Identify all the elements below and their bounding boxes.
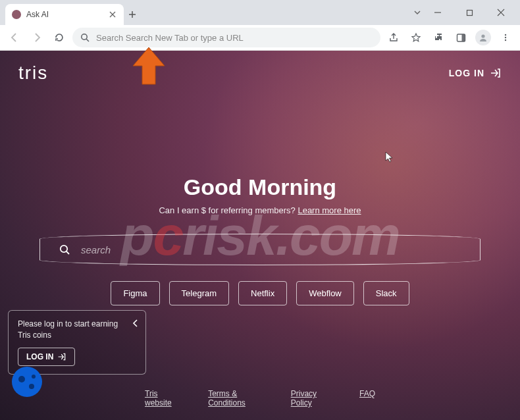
svg-point-1 [82,34,87,39]
svg-point-7 [505,39,506,41]
bookmark-star-icon[interactable] [407,28,425,47]
omnibox[interactable]: Search Search New Tab or type a URL [72,28,380,47]
nav-forward-button[interactable] [28,28,46,47]
browser-chrome: Ask AI Search Search New Tab or type a U… [0,0,520,51]
footer-faq[interactable]: FAQ [359,389,375,407]
site-logo[interactable]: tris [18,63,48,84]
titlebar: Ask AI [0,0,520,25]
page-content: tris LOG IN Good Morning Can I earn $ fo… [0,51,520,420]
learn-more-link[interactable]: Learn more here [298,205,361,215]
svg-rect-3 [461,34,465,41]
window-minimize-button[interactable] [428,3,448,22]
quick-links: Figma Telegram Netflix Webflow Slack [0,281,520,305]
search-wrap [39,234,481,265]
greeting-title: Good Morning [0,174,520,200]
login-icon [57,352,66,361]
new-tab-button[interactable] [124,4,141,25]
cursor-pointer-icon [385,151,394,166]
svg-rect-0 [467,10,472,15]
nav-reload-button[interactable] [50,28,68,47]
search-icon [80,33,90,42]
nav-back-button[interactable] [5,28,24,47]
login-label: LOG IN [449,68,484,78]
login-card-button[interactable]: LOG IN [18,348,75,366]
chip-webflow[interactable]: Webflow [296,281,354,305]
login-button-top[interactable]: LOG IN [449,67,502,79]
assistant-bubble-icon[interactable] [12,367,42,397]
profile-avatar-button[interactable] [474,28,492,47]
footer-privacy[interactable]: Privacy Policy [291,389,326,407]
share-icon[interactable] [384,28,403,47]
svg-point-8 [61,246,67,252]
browser-tab[interactable]: Ask AI [5,4,124,25]
chip-telegram[interactable]: Telegram [169,281,229,305]
tab-title: Ask AI [26,10,103,19]
footer-tris-website[interactable]: Tris website [145,389,175,407]
page-header: tris LOG IN [0,51,520,95]
svg-point-6 [505,37,506,38]
search-icon [59,244,70,255]
greeting-subtitle: Can I earn $ for referring members? Lear… [0,205,520,215]
collapse-chevron-icon[interactable] [132,319,139,330]
sidepanel-icon[interactable] [452,28,470,47]
browser-toolbar: Search Search New Tab or type a URL [0,25,520,50]
omnibox-placeholder: Search Search New Tab or type a URL [96,33,373,43]
chip-netflix[interactable]: Netflix [238,281,287,305]
chip-figma[interactable]: Figma [111,281,159,305]
close-tab-icon[interactable] [108,10,117,19]
window-close-button[interactable] [491,3,511,22]
sub-text: Can I earn $ for referring members? [159,205,298,215]
login-icon [490,67,502,79]
login-prompt-card: Please log in to start earning Tris coin… [8,310,146,375]
extensions-icon[interactable] [429,28,448,47]
kebab-menu-icon[interactable] [496,28,515,47]
hero: Good Morning Can I earn $ for referring … [0,174,520,215]
search-pill[interactable] [39,234,481,265]
footer-terms[interactable]: Terms & Conditions [208,389,258,407]
login-card-button-label: LOG IN [26,352,53,361]
search-input[interactable] [81,244,461,255]
svg-point-4 [481,34,484,38]
login-card-text: Please log in to start earning Tris coin… [18,319,119,341]
chip-slack[interactable]: Slack [363,281,409,305]
tab-favicon [12,10,21,19]
tabs-chevron-icon[interactable] [413,0,421,25]
svg-point-5 [505,34,506,36]
footer-links: Tris website Terms & Conditions Privacy … [0,380,520,420]
window-maximize-button[interactable] [459,3,479,22]
